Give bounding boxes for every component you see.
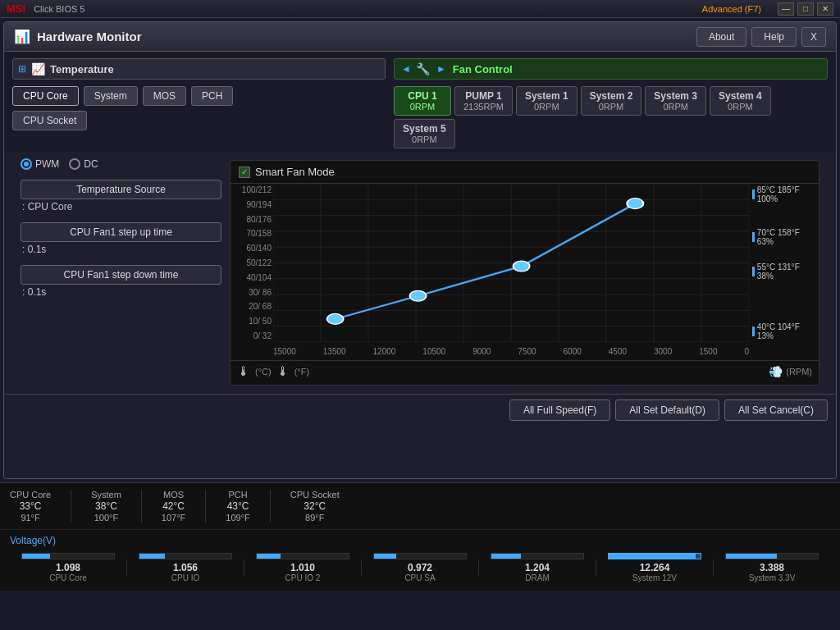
voltage-name-cpu-io: CPU IO — [171, 573, 199, 582]
voltage-val-cpu-io2: 1.010 — [290, 562, 315, 573]
y-axis-labels: 100/212 90/194 80/176 70/158 60/140 50/1… — [231, 184, 273, 342]
step-down-button[interactable]: CPU Fan1 step down time — [21, 265, 221, 285]
chart-point-3[interactable] — [514, 261, 530, 272]
r-bar-13 — [752, 326, 755, 336]
voltage-item-sys12v: 12.264 System 12V — [596, 553, 713, 582]
voltage-bar-dram — [491, 553, 584, 559]
close-button[interactable]: X — [801, 27, 826, 47]
temp-tabs: CPU Core System MOS PCH — [12, 86, 386, 106]
voltage-item-cpu-io: 1.056 CPU IO — [127, 553, 244, 582]
y-label-6: 40/104 — [232, 273, 272, 282]
chart-point-1[interactable] — [327, 313, 344, 324]
temp-tab-row2: CPU Socket — [12, 111, 386, 130]
r-label-38: 55°C 131°F 38% — [752, 262, 815, 281]
pwm-radio-circle[interactable] — [21, 158, 32, 170]
r-label-text-13: 40°C 104°F 13% — [757, 322, 815, 340]
smart-fan-checkbox[interactable]: ✓ — [239, 167, 250, 178]
voltage-fill-dram — [491, 554, 521, 559]
voltage-val-cpu-core: 1.098 — [56, 562, 80, 573]
about-button[interactable]: About — [696, 27, 746, 47]
fan-back-icon[interactable]: ◄ — [401, 63, 411, 75]
voltage-val-dram: 1.204 — [525, 562, 550, 573]
main-content-area: PWM DC Temperature Source : CPU Core CPU… — [4, 152, 836, 394]
voltage-item-cpu-io2: 1.010 CPU IO 2 — [244, 553, 361, 582]
fan-tab-sys2[interactable]: System 2 0RPM — [581, 86, 642, 116]
status-mos-c: 42°C — [162, 500, 185, 512]
voltage-fill-cpu-core — [22, 554, 49, 559]
checkbox-check: ✓ — [241, 167, 248, 176]
voltage-fill-cpu-io2 — [257, 554, 281, 559]
status-cpu-core-f: 91°F — [21, 513, 39, 523]
maximize-btn[interactable]: □ — [797, 2, 814, 16]
fan-tab-sys5[interactable]: System 5 0RPM — [394, 119, 455, 148]
voltage-item-cpu-core: 1.098 CPU Core — [10, 553, 126, 582]
temp-expand-icon[interactable]: ⊞ — [18, 63, 26, 75]
chart-area: ✓ Smart Fan Mode 100/212 90/194 80/176 7… — [230, 160, 819, 386]
chart-title: Smart Fan Mode — [255, 166, 335, 178]
status-pch-label: PCH — [228, 490, 247, 500]
fan-tab-cpu1[interactable]: CPU 1 0RPM — [394, 86, 451, 116]
all-set-cancel-button[interactable]: All Set Cancel(C) — [724, 399, 828, 421]
step-down-group: CPU Fan1 step down time : 0.1s — [21, 265, 221, 298]
y-label-2: 80/176 — [232, 215, 272, 224]
advanced-mode[interactable]: Advanced (F7) — [702, 4, 761, 14]
window-controls: — □ ✕ — [778, 2, 833, 16]
minimize-btn[interactable]: — — [778, 2, 794, 16]
temp-tab-cpu-core[interactable]: CPU Core — [12, 86, 79, 106]
status-pch: PCH 43°C 109°F — [226, 490, 249, 523]
voltage-bar-cpu-io2 — [256, 553, 349, 559]
fan-tabs-row2: System 5 0RPM — [394, 119, 828, 148]
x-label-5: 7500 — [518, 347, 536, 356]
fan-tab-sys3[interactable]: System 3 0RPM — [645, 86, 706, 116]
thermometer-icon-2: 🌡 — [276, 364, 290, 379]
fan-tab-pump1[interactable]: PUMP 1 2135RPM — [454, 86, 513, 116]
voltage-bar-cpu-core — [21, 553, 115, 559]
status-pch-c: 43°C — [227, 500, 249, 512]
chart-point-2[interactable] — [409, 290, 426, 301]
pwm-radio[interactable]: PWM — [21, 158, 59, 170]
chart-content: 100/212 90/194 80/176 70/158 60/140 50/1… — [231, 184, 819, 360]
chart-point-4[interactable] — [627, 199, 643, 209]
help-button[interactable]: Help — [751, 27, 797, 47]
pwm-dc-selector: PWM DC — [21, 158, 221, 170]
step-up-value: : 0.1s — [21, 244, 221, 255]
voltage-val-cpu-sa: 0.972 — [408, 562, 432, 573]
voltage-val-sys12v: 12.264 — [640, 562, 670, 573]
temp-tab-system[interactable]: System — [84, 86, 138, 106]
voltage-name-cpu-io2: CPU IO 2 — [285, 573, 321, 582]
all-set-default-button[interactable]: All Set Default(D) — [615, 399, 719, 421]
r-bar-100 — [752, 189, 755, 199]
temp-tab-pch[interactable]: PCH — [191, 86, 233, 106]
status-mos-label: MOS — [163, 490, 184, 500]
fan-tab-sys4[interactable]: System 4 0RPM — [710, 86, 771, 116]
close-btn-topbar[interactable]: ✕ — [817, 2, 833, 16]
x-label-4: 9000 — [472, 347, 491, 356]
status-cpu-socket-label: CPU Socket — [290, 490, 340, 500]
dc-label: DC — [84, 158, 98, 170]
y-label-5: 50/122 — [232, 258, 272, 267]
voltage-val-cpu-io: 1.056 — [173, 562, 198, 573]
window-title: Hardware Monitor — [37, 30, 696, 43]
voltage-fill-cpu-sa — [374, 554, 396, 559]
temp-graph-icon: 📈 — [31, 62, 45, 75]
temp-tab-cpu-socket[interactable]: CPU Socket — [12, 111, 87, 130]
dc-radio[interactable]: DC — [69, 158, 98, 170]
fan-rpm-icon: 💨 — [769, 365, 783, 378]
temp-source-button[interactable]: Temperature Source — [21, 180, 221, 199]
temp-tab-mos[interactable]: MOS — [143, 86, 186, 106]
dc-radio-circle[interactable] — [69, 158, 80, 170]
x-label-6: 6000 — [564, 347, 582, 356]
temperature-header: ⊞ 📈 Temperature — [12, 58, 386, 80]
all-full-speed-button[interactable]: All Full Speed(F) — [509, 399, 610, 421]
step-up-button[interactable]: CPU Fan1 step up time — [21, 222, 221, 242]
pwm-label: PWM — [35, 158, 59, 170]
x-label-2: 12000 — [373, 347, 396, 356]
r-label-text-38: 55°C 131°F 38% — [757, 262, 815, 281]
y-label-7: 30/ 86 — [232, 288, 272, 297]
celsius-label: (°C) — [255, 367, 272, 377]
status-cpu-socket-f: 89°F — [305, 513, 324, 523]
y-label-10: 0/ 32 — [232, 331, 272, 340]
fan-control-header: ◄ 🔧 ► Fan Control — [394, 58, 828, 80]
status-cpu-core: CPU Core 33°C 91°F — [10, 490, 51, 523]
fan-tab-sys1[interactable]: System 1 0RPM — [516, 86, 578, 116]
